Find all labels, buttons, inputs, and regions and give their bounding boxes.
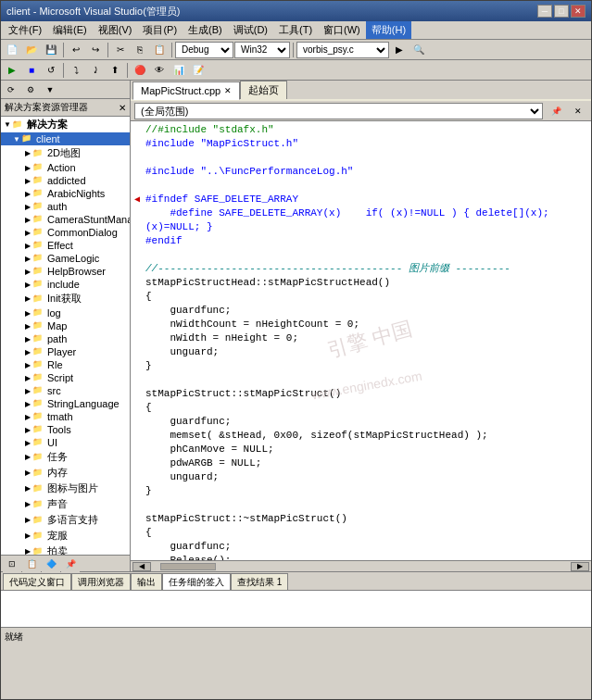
list-item[interactable]: ▶ 📁 Player [1, 345, 130, 358]
list-item[interactable]: ▶ 📁 include [1, 278, 130, 291]
list-item[interactable]: ▶ 📁 Effect [1, 239, 130, 252]
se-tab4[interactable]: 📌 [61, 556, 80, 572]
list-item[interactable]: ▶ 📁 Action [1, 161, 130, 174]
tb-bp[interactable]: 🔴 [131, 62, 149, 79]
tb-undo[interactable]: ↩ [67, 42, 85, 58]
se-tab2[interactable]: 📋 [22, 556, 41, 572]
list-item[interactable]: ▶ 📁 ArabicNights [1, 187, 130, 200]
close-button[interactable]: ✕ [571, 5, 586, 18]
menu-tools[interactable]: 工具(T) [273, 21, 318, 39]
list-item[interactable]: ▶ 📁 内存 [1, 465, 130, 481]
folder-icon: 📁 [32, 253, 45, 264]
list-item[interactable]: ▶ 📁 path [1, 332, 130, 345]
menu-debug[interactable]: 调试(D) [228, 21, 273, 39]
list-item[interactable]: ▶ 📁 HelpBrowser [1, 265, 130, 278]
tb-stepover[interactable]: ⤸ [86, 62, 105, 79]
menu-bar: 文件(F) 编辑(E) 视图(V) 项目(P) 生成(B) 调试(D) 工具(T… [1, 21, 591, 40]
config-dropdown[interactable]: Debug Release [175, 42, 233, 58]
tree-root[interactable]: ▼ 📁 解决方案 [1, 117, 130, 132]
scope-dropdown[interactable]: (全局范围) [134, 103, 543, 119]
tb-stop[interactable]: ■ [22, 62, 41, 79]
scroll-track[interactable] [151, 563, 571, 570]
tb-save[interactable]: 💾 [42, 42, 60, 58]
list-item[interactable]: ▶ 📁 GameLogic [1, 252, 130, 265]
tb-output[interactable]: 📝 [189, 62, 208, 79]
scroll-right[interactable]: ▶ [571, 562, 589, 571]
menu-help[interactable]: 帮助(H) [366, 21, 411, 39]
se-tab1[interactable]: ⊡ [3, 556, 21, 572]
tb-search[interactable]: 🔍 [409, 42, 428, 58]
list-item[interactable]: ▶ 📁 src [1, 384, 130, 397]
list-item[interactable]: ▶ 📁 Script [1, 371, 130, 384]
list-item[interactable]: ▶ 📁 Rle [1, 358, 130, 371]
minimize-button[interactable]: ─ [537, 5, 552, 18]
tab-start[interactable]: 起始页 [240, 81, 287, 99]
se-close-icon[interactable]: ✕ [119, 103, 126, 113]
list-item[interactable]: ▶ 📁 log [1, 306, 130, 319]
menu-edit[interactable]: 编辑(E) [47, 21, 93, 39]
code-line: #include "..\FuncPerformanceLog.h" [131, 165, 591, 179]
list-item[interactable]: ▶ 📁 Init获取 [1, 291, 130, 306]
menu-view[interactable]: 视图(V) [93, 21, 138, 39]
tab-call-browser[interactable]: 调用浏览器 [71, 573, 131, 590]
tb-cut[interactable]: ✂ [111, 42, 130, 58]
list-item[interactable]: ▶ 📁 auth [1, 200, 130, 213]
list-item[interactable]: ▶ 📁 CommonDialog [1, 226, 130, 239]
tb-paste[interactable]: 📋 [150, 42, 169, 58]
list-item[interactable]: ▶ 📁 addicted [1, 174, 130, 187]
item-arrow: ▶ [23, 164, 32, 172]
list-item[interactable]: ▶ 📁 图标与图片 [1, 481, 130, 496]
editor-tb-pin[interactable]: 📌 [547, 103, 565, 119]
list-item[interactable]: ▶ 📁 拍卖 [1, 544, 130, 555]
tree-client[interactable]: ▼ 📁 client [1, 132, 130, 145]
maximize-button[interactable]: □ [554, 5, 569, 18]
scroll-left[interactable]: ◀ [132, 562, 151, 571]
tb-go[interactable]: ▶ [390, 42, 409, 58]
se-filter[interactable]: ▼ [41, 81, 59, 98]
menu-window[interactable]: 窗口(W) [318, 21, 366, 39]
menu-build[interactable]: 生成(B) [183, 21, 228, 39]
list-item[interactable]: ▶ 📁 UI [1, 436, 130, 449]
list-item[interactable]: ▶ 📁 任务 [1, 449, 130, 465]
list-item[interactable]: ▶ 📁 StringLanguage [1, 397, 130, 410]
editor-tb-close[interactable]: ✕ [569, 103, 587, 119]
h-scrollbar[interactable]: ◀ ▶ [131, 560, 591, 571]
list-item[interactable]: ▶ 📁 多语言支持 [1, 512, 130, 528]
list-item[interactable]: ▶ 📁 Tools [1, 423, 130, 436]
tab-code-def[interactable]: 代码定义窗口 [3, 573, 71, 590]
tab-output[interactable]: 输出 [131, 573, 162, 590]
tb-start[interactable]: ▶ [3, 62, 21, 79]
tb-copy[interactable]: ⎘ [131, 42, 149, 58]
file-dropdown[interactable]: vorbis_psy.c [296, 42, 389, 58]
tb-redo[interactable]: ↪ [86, 42, 105, 58]
se-tree[interactable]: ▼ 📁 解决方案 ▼ 📁 client ▶ 📁 2D地图 ▶ 📁 Action [1, 117, 130, 555]
list-item[interactable]: ▶ 📁 tmath [1, 410, 130, 423]
list-item[interactable]: ▶ 📁 声音 [1, 496, 130, 512]
tb-locals[interactable]: 📊 [170, 62, 188, 79]
menu-project[interactable]: 项目(P) [137, 21, 183, 39]
tb-stepout[interactable]: ⬆ [106, 62, 124, 79]
tb-restart[interactable]: ↺ [42, 62, 60, 79]
menu-file[interactable]: 文件(F) [3, 21, 47, 39]
tb-stepinto[interactable]: ⤵ [67, 62, 85, 79]
tab-task-checkin[interactable]: 任务细的签入 [162, 573, 231, 590]
tab-close-icon[interactable]: ✕ [224, 86, 232, 95]
tb-sep1 [63, 43, 64, 57]
se-sync[interactable]: ⟳ [2, 81, 20, 98]
se-properties[interactable]: ⚙ [21, 81, 40, 98]
se-tab3[interactable]: 🔷 [42, 556, 60, 572]
code-line: //#include "stdafx.h" [131, 123, 591, 137]
se-title-text: 解决方案资源管理器 [5, 101, 88, 114]
code-editor[interactable]: 引擎 中国 www.enginedx.com //#include "stdaf… [131, 121, 591, 560]
list-item[interactable]: ▶ 📁 宠服 [1, 528, 130, 544]
list-item[interactable]: ▶ 📁 Map [1, 319, 130, 332]
tb-open[interactable]: 📂 [22, 42, 41, 58]
tab-mapsicstruct[interactable]: MapPicStruct.cpp ✕ [132, 81, 240, 100]
scroll-thumb[interactable] [160, 563, 216, 570]
list-item[interactable]: ▶ 📁 CameraStuntMana [1, 213, 130, 226]
tb-new[interactable]: 📄 [3, 42, 21, 58]
tab-find-results[interactable]: 查找结果 1 [231, 573, 288, 590]
platform-dropdown[interactable]: Win32 x64 [234, 42, 290, 58]
list-item[interactable]: ▶ 📁 2D地图 [1, 145, 130, 161]
tb-watch[interactable]: 👁 [150, 62, 169, 79]
